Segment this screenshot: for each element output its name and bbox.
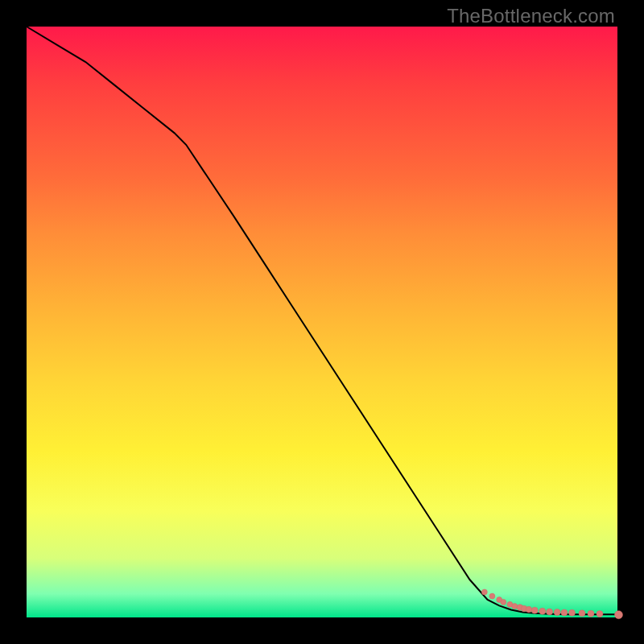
data-point xyxy=(547,609,553,615)
data-point xyxy=(489,593,495,599)
data-point xyxy=(539,608,546,614)
data-point xyxy=(531,607,538,613)
data-point xyxy=(554,609,560,616)
chart-overlay xyxy=(27,27,617,617)
data-point xyxy=(481,589,487,595)
data-point xyxy=(526,606,532,613)
data-point xyxy=(561,609,568,616)
data-point xyxy=(512,604,518,609)
data-point xyxy=(588,610,594,617)
data-point xyxy=(579,610,585,617)
chart-frame: TheBottleneck.com xyxy=(0,0,644,644)
data-point xyxy=(597,611,603,617)
bottleneck-curve xyxy=(27,27,617,614)
data-point xyxy=(614,611,622,619)
watermark-text: TheBottleneck.com xyxy=(447,5,615,27)
data-point xyxy=(568,609,575,616)
data-point xyxy=(501,599,506,605)
